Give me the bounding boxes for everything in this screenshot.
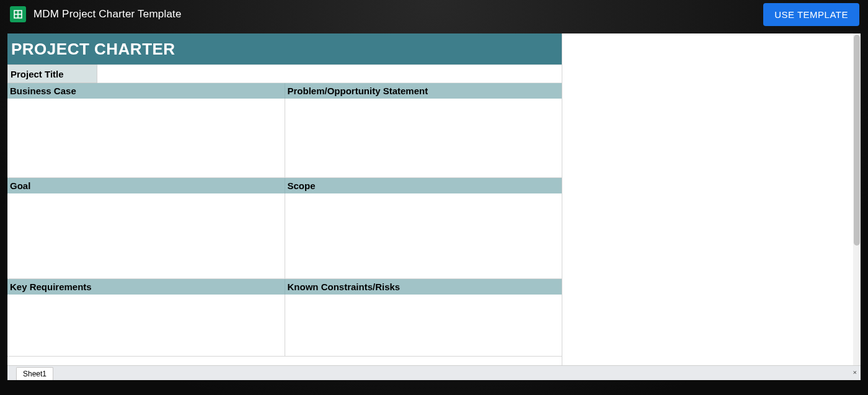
section-header-row-3: Key Requirements Known Constraints/Risks [7,279,562,295]
section-goal-label: Goal [7,178,285,193]
problem-statement-cell[interactable] [285,99,562,178]
known-constraints-cell[interactable] [285,295,562,357]
goal-cell[interactable] [7,193,285,279]
top-toolbar: MDM Project Charter Template USE TEMPLAT… [0,0,868,29]
app-window: MDM Project Charter Template USE TEMPLAT… [0,0,868,395]
document-title: MDM Project Charter Template [33,8,182,20]
title-group: MDM Project Charter Template [10,6,182,22]
project-title-label: Project Title [7,64,97,83]
section-header-row-2: Goal Scope [7,178,562,193]
section-header-row-1: Business Case Problem/Opportunity Statem… [7,83,562,99]
section-problem-statement-label: Problem/Opportunity Statement [285,83,562,99]
scope-cell[interactable] [285,193,562,279]
business-case-cell[interactable] [7,99,285,178]
use-template-button[interactable]: USE TEMPLATE [763,3,859,26]
charter-banner: PROJECT CHARTER [7,33,562,64]
key-requirements-cell[interactable] [7,295,285,357]
vertical-scrollbar[interactable] [853,33,861,365]
section-content-row-2 [7,193,562,279]
spreadsheet-frame: PROJECT CHARTER Project Title Business C… [7,33,861,380]
sheets-icon [10,6,26,22]
project-title-row: Project Title [7,64,562,83]
charter-banner-title: PROJECT CHARTER [11,40,175,59]
sheet-blank-area[interactable] [562,33,861,365]
sheet-tabs-bar: Sheet1 × [7,365,861,380]
section-known-constraints-label: Known Constraints/Risks [285,279,562,295]
sheet-body: PROJECT CHARTER Project Title Business C… [7,33,861,365]
project-title-input[interactable] [97,64,562,83]
close-icon[interactable]: × [852,368,857,376]
section-content-row-1 [7,99,562,178]
vertical-scrollbar-thumb[interactable] [854,35,860,246]
section-content-row-3 [7,295,562,357]
sheet-content-area[interactable]: PROJECT CHARTER Project Title Business C… [7,33,562,365]
section-business-case-label: Business Case [7,83,285,99]
section-key-requirements-label: Key Requirements [7,279,285,295]
sheet-tab-1[interactable]: Sheet1 [16,367,53,380]
section-scope-label: Scope [285,178,562,193]
